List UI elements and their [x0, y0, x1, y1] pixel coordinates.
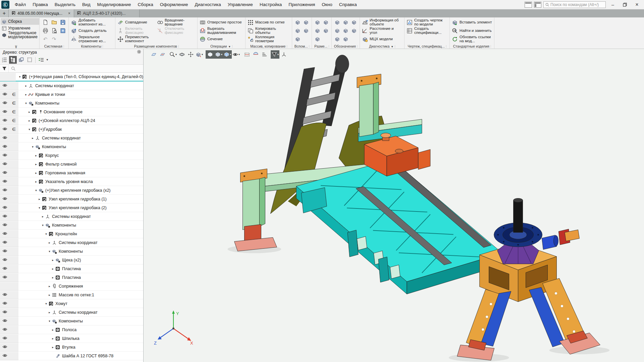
tolerance-icon[interactable]: [313, 35, 322, 43]
ribbon-button[interactable]: Отверстие простое: [199, 18, 244, 26]
eye-icon[interactable]: [2, 292, 7, 298]
eye-icon[interactable]: [2, 205, 7, 211]
ribbon-button[interactable]: Сечение: [199, 35, 244, 43]
menu-item-3[interactable]: Выделить: [51, 0, 79, 9]
tree-row[interactable]: ▾Узел крепления гидробака (2): [0, 203, 143, 212]
tree-selection-button[interactable]: [26, 56, 34, 64]
designation-cross-icon[interactable]: [333, 26, 341, 35]
window-layout-icon[interactable]: [525, 2, 532, 8]
viewport-3d[interactable]: ▾▾▾▾▾▾: [144, 49, 644, 362]
command-search[interactable]: [543, 1, 606, 8]
designation-hatch-icon[interactable]: [341, 18, 350, 26]
eye-icon[interactable]: [2, 135, 7, 141]
tree-row[interactable]: ∈▸Основание опорное: [0, 108, 143, 116]
document-tab-1[interactable]: 408.05.00.000 Несуща...×: [9, 9, 74, 17]
construction-axis-icon[interactable]: [293, 18, 302, 26]
menu-item-8[interactable]: Диагностика: [192, 0, 224, 9]
eye-icon[interactable]: [2, 336, 7, 342]
tree-row[interactable]: ∈▾(+)Гидробак: [0, 125, 143, 134]
menu-item-12[interactable]: Окно: [318, 0, 335, 9]
display-shaded-button[interactable]: ▾: [223, 50, 232, 59]
local-cs-icon[interactable]: [302, 26, 310, 35]
ribbon-button[interactable]: Совпадение: [117, 18, 156, 26]
eye-icon[interactable]: [2, 170, 7, 176]
menu-item-13[interactable]: Справка: [336, 0, 360, 9]
tab-close-icon[interactable]: ×: [67, 11, 71, 16]
eye-icon[interactable]: [2, 257, 7, 263]
save-document-icon[interactable]: [58, 18, 67, 26]
orientation-triad[interactable]: Y X Z: [152, 307, 199, 354]
tree-filter-input[interactable]: [17, 66, 143, 71]
menu-item-2[interactable]: Правка: [29, 0, 51, 9]
eye-icon[interactable]: [2, 214, 7, 220]
spline-icon[interactable]: [293, 35, 302, 43]
tree-row[interactable]: ▸Фильтр сливной: [0, 160, 143, 169]
clip-box-button[interactable]: [243, 50, 251, 59]
tree-row[interactable]: ▸Горловина заливная: [0, 169, 143, 177]
ribbon-button[interactable]: Коллекция геометрии: [247, 35, 290, 43]
tree-structure-button[interactable]: [9, 56, 17, 64]
eye-icon[interactable]: [2, 248, 7, 254]
tree-row[interactable]: ▾Компоненты: [0, 317, 143, 325]
expand-closed-icon[interactable]: ▸: [24, 84, 28, 87]
expand-open-icon[interactable]: ▾: [44, 232, 48, 236]
designation-cyl-icon[interactable]: [350, 18, 358, 26]
placement-plane-2-button[interactable]: [158, 50, 167, 59]
expand-open-icon[interactable]: ▾: [27, 128, 32, 131]
ribbon-button[interactable]: Создать чертеж по модели: [406, 18, 448, 26]
expand-closed-icon[interactable]: ▸: [47, 241, 52, 244]
ribbon-button[interactable]: ABНайти и заменить: [451, 26, 493, 35]
eye-icon[interactable]: [2, 118, 7, 124]
ribbon-button[interactable]: Создать спецификаци...: [406, 26, 448, 35]
designation-grid-icon[interactable]: [333, 35, 341, 43]
tree-row[interactable]: ▸Щека (x2): [0, 256, 143, 264]
search-input[interactable]: [550, 2, 604, 7]
view-iso-button[interactable]: [206, 50, 214, 59]
eye-icon[interactable]: [2, 153, 7, 159]
control-points-icon[interactable]: [302, 18, 310, 26]
menu-item-9[interactable]: Управление: [224, 0, 256, 9]
ribbon-button[interactable]: Вырезать выдавливанием: [199, 26, 244, 35]
expand-closed-icon[interactable]: ▸: [51, 267, 55, 270]
expand-open-icon[interactable]: ▾: [44, 302, 48, 305]
expand-open-icon[interactable]: ▾: [34, 189, 38, 192]
mode-1[interactable]: Сборка: [1, 18, 39, 25]
designation-base-icon[interactable]: [350, 26, 358, 35]
tree-row[interactable]: ▸Узел крепления гидробака (1): [0, 195, 143, 203]
print-preview-icon[interactable]: [50, 26, 58, 35]
eye-icon[interactable]: [2, 344, 7, 350]
expand-closed-icon[interactable]: ▸: [31, 136, 35, 140]
menu-item-4[interactable]: Вид: [79, 0, 94, 9]
restore-button[interactable]: [620, 1, 630, 9]
collapse-ribbon-button[interactable]: ≪: [14, 45, 18, 48]
construction-plane-icon[interactable]: [293, 26, 302, 35]
ribbon-button[interactable]: Обновить ссылки на мод...: [451, 35, 493, 43]
ribbon-button[interactable]: Вращение-вращение: [156, 18, 196, 26]
expand-open-icon[interactable]: ▾: [17, 75, 22, 78]
tree-row[interactable]: ▸Массив по сетке:1: [0, 291, 143, 299]
move-part-button[interactable]: ▾: [195, 50, 204, 59]
eye-icon[interactable]: [2, 109, 7, 115]
save-as-icon[interactable]: [58, 26, 67, 35]
expand-closed-icon[interactable]: ▸: [51, 346, 55, 349]
expand-closed-icon[interactable]: ▸: [27, 110, 32, 114]
dimension-angular-icon[interactable]: [322, 18, 330, 26]
expand-open-icon[interactable]: ▾: [37, 206, 42, 209]
tree-row[interactable]: ▾Компоненты: [0, 221, 143, 230]
tree-row[interactable]: Шайба А 12 ГОСТ 6958-78: [0, 352, 143, 360]
menu-item-6[interactable]: Сборка: [135, 0, 157, 9]
eye-icon[interactable]: [2, 353, 7, 359]
ribbon-button[interactable]: Зеркальное отражение ко...: [70, 35, 114, 43]
eye-icon[interactable]: [2, 318, 7, 324]
tree-row[interactable]: ▸Пластина: [0, 264, 143, 273]
expand-closed-icon[interactable]: ▸: [47, 311, 52, 314]
tree-settings-gear-icon[interactable]: [137, 50, 141, 55]
filter-objects-button[interactable]: ▾: [271, 50, 279, 59]
eye-icon[interactable]: [2, 240, 7, 246]
ribbon-button[interactable]: ?Информация об объекте: [361, 18, 403, 26]
menu-item-7[interactable]: Оформление: [157, 0, 192, 9]
expand-closed-icon[interactable]: ▸: [51, 337, 55, 340]
designation-thread-icon[interactable]: [333, 18, 341, 26]
close-button[interactable]: ×: [632, 1, 642, 9]
eye-icon[interactable]: [2, 100, 7, 106]
